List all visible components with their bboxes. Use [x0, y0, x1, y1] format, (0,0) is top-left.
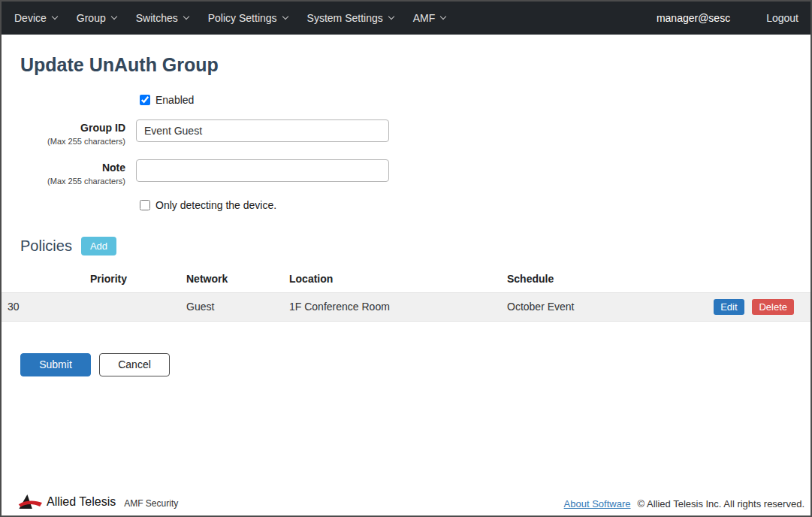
note-input[interactable] — [136, 159, 389, 182]
nav-item-system-settings[interactable]: System Settings — [297, 2, 403, 35]
unauth-group-form: Enabled Group ID (Max 255 characters) No… — [2, 94, 810, 211]
copyright-text: © Allied Telesis Inc. All rights reserve… — [638, 498, 805, 509]
nav-item-policy-settings[interactable]: Policy Settings — [198, 2, 297, 35]
nav-item-device[interactable]: Device — [5, 2, 67, 35]
group-id-label: Group ID — [2, 122, 125, 135]
nav-item-label: Policy Settings — [208, 12, 277, 24]
about-software-link[interactable]: About Software — [564, 498, 631, 509]
nav-item-label: AMF — [413, 12, 436, 24]
nav-item-label: System Settings — [307, 12, 383, 24]
top-navbar: Device Group Switches Policy Settings Sy… — [2, 2, 810, 35]
group-id-row: Group ID (Max 255 characters) — [2, 119, 810, 146]
enabled-checkbox[interactable] — [140, 95, 150, 105]
cancel-button[interactable]: Cancel — [99, 353, 170, 376]
main-content: Update UnAuth Group Enabled Group ID (Ma… — [2, 35, 810, 494]
chevron-down-icon — [282, 14, 288, 20]
form-actions: Submit Cancel — [20, 353, 810, 376]
note-hint: (Max 255 characters) — [2, 177, 125, 186]
nav-item-label: Device — [14, 12, 47, 24]
delete-button[interactable]: Delete — [752, 299, 794, 315]
column-header-location: Location — [283, 267, 501, 293]
page-title: Update UnAuth Group — [20, 54, 810, 76]
user-account-label: manager@sesc — [657, 12, 730, 24]
chevron-down-icon — [440, 14, 446, 20]
footer-brand-block: Allied Telesis AMF Security — [18, 494, 178, 509]
policies-header: Policies Add — [20, 237, 810, 255]
group-id-hint: (Max 255 characters) — [2, 137, 125, 146]
nav-right: manager@sesc Logout — [657, 12, 798, 24]
brand-name: Allied Telesis — [47, 495, 116, 509]
cell-location: 1F Conference Room — [283, 292, 501, 321]
enabled-row: Enabled — [140, 94, 810, 106]
chevron-down-icon — [52, 14, 58, 20]
cell-priority: 30 — [2, 292, 180, 321]
column-header-priority: Priority — [2, 267, 180, 293]
group-id-label-block: Group ID (Max 255 characters) — [2, 119, 125, 146]
footer-legal-block: About Software © Allied Telesis Inc. All… — [564, 498, 804, 509]
policies-title: Policies — [20, 237, 72, 255]
chevron-down-icon — [110, 14, 116, 20]
cell-actions: Edit Delete — [698, 292, 810, 321]
logout-button[interactable]: Logout — [766, 12, 798, 24]
chevron-down-icon — [183, 14, 189, 20]
column-header-actions — [698, 267, 810, 293]
note-label-block: Note (Max 255 characters) — [2, 159, 125, 186]
chevron-down-icon — [388, 14, 394, 20]
column-header-network: Network — [180, 267, 283, 293]
footer: Allied Telesis AMF Security About Softwa… — [2, 494, 810, 515]
nav-item-switches[interactable]: Switches — [126, 2, 198, 35]
only-detecting-row: Only detecting the device. — [140, 199, 810, 211]
note-row: Note (Max 255 characters) — [2, 159, 810, 186]
nav-item-label: Switches — [136, 12, 178, 24]
submit-button[interactable]: Submit — [20, 353, 91, 376]
nav-item-amf[interactable]: AMF — [403, 2, 456, 35]
only-detecting-label-text: Only detecting the device. — [155, 199, 276, 211]
policies-table: Priority Network Location Schedule 30 Gu… — [2, 267, 810, 322]
group-id-input[interactable] — [136, 119, 389, 142]
edit-button[interactable]: Edit — [714, 299, 744, 315]
allied-telesis-logo — [18, 494, 42, 509]
product-name: AMF Security — [124, 498, 178, 509]
table-header-row: Priority Network Location Schedule — [2, 267, 810, 293]
cell-schedule: October Event — [501, 292, 698, 321]
note-label: Note — [2, 162, 125, 174]
table-row: 30 Guest 1F Conference Room October Even… — [2, 292, 810, 321]
nav-menu: Device Group Switches Policy Settings Sy… — [5, 2, 455, 35]
app-window: Device Group Switches Policy Settings Sy… — [0, 0, 812, 517]
nav-item-label: Group — [77, 12, 106, 24]
only-detecting-checkbox[interactable] — [140, 200, 150, 210]
column-header-schedule: Schedule — [501, 267, 698, 293]
enabled-checkbox-label[interactable]: Enabled — [140, 94, 194, 106]
nav-item-group[interactable]: Group — [67, 2, 126, 35]
only-detecting-checkbox-label[interactable]: Only detecting the device. — [140, 199, 276, 211]
enabled-label-text: Enabled — [155, 94, 194, 106]
add-policy-button[interactable]: Add — [81, 237, 116, 255]
cell-network: Guest — [180, 292, 283, 321]
